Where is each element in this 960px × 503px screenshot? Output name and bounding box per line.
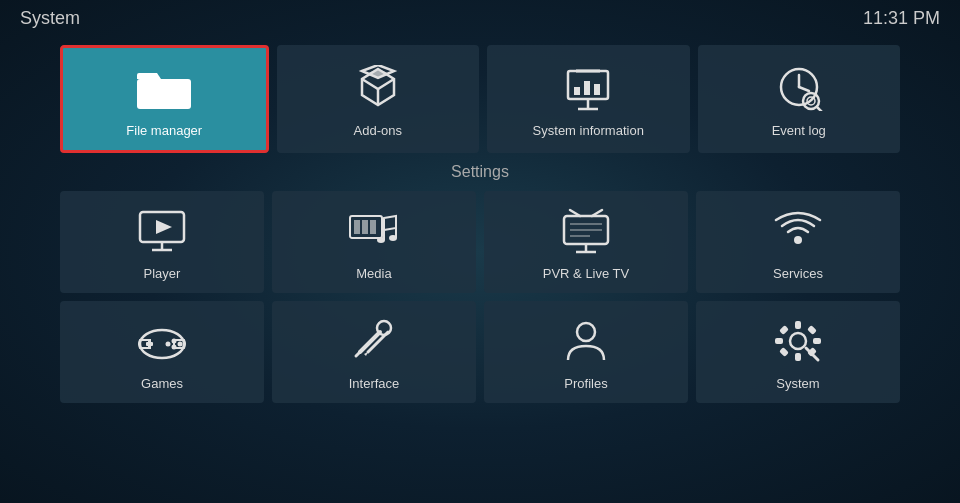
games-icon xyxy=(132,316,192,366)
player-label: Player xyxy=(144,266,181,281)
pvr-live-tv-icon xyxy=(556,206,616,256)
svg-rect-2 xyxy=(574,87,580,95)
games-label: Games xyxy=(141,376,183,391)
settings-row-2: Games Interface xyxy=(60,301,900,403)
tile-media[interactable]: Media xyxy=(272,191,476,293)
tile-interface[interactable]: Interface xyxy=(272,301,476,403)
svg-point-39 xyxy=(178,342,183,347)
svg-line-10 xyxy=(799,87,809,91)
file-manager-label: File manager xyxy=(126,123,202,138)
system-information-icon xyxy=(558,63,618,113)
file-manager-icon xyxy=(134,63,194,113)
svg-rect-20 xyxy=(362,220,368,234)
svg-rect-51 xyxy=(775,338,783,344)
svg-rect-50 xyxy=(795,353,801,361)
tile-system-information[interactable]: System information xyxy=(487,45,690,153)
svg-rect-0 xyxy=(137,79,191,109)
top-bar: System 11:31 PM xyxy=(0,0,960,37)
svg-rect-53 xyxy=(779,325,789,335)
add-ons-label: Add-ons xyxy=(354,123,402,138)
svg-line-46 xyxy=(356,350,362,356)
tile-services[interactable]: Services xyxy=(696,191,900,293)
system-label: System xyxy=(776,376,819,391)
interface-icon xyxy=(344,316,404,366)
svg-rect-49 xyxy=(795,321,801,329)
tile-event-log[interactable]: Event log xyxy=(698,45,901,153)
event-log-icon xyxy=(769,63,829,113)
interface-label: Interface xyxy=(349,376,400,391)
tile-file-manager[interactable]: File manager xyxy=(60,45,269,153)
page-title: System xyxy=(20,8,80,29)
svg-rect-4 xyxy=(594,84,600,95)
svg-rect-3 xyxy=(584,81,590,95)
profiles-icon xyxy=(556,316,616,366)
svg-point-47 xyxy=(577,323,595,341)
svg-point-25 xyxy=(389,235,397,241)
svg-line-12 xyxy=(817,107,822,111)
tile-system[interactable]: System xyxy=(696,301,900,403)
tile-add-ons[interactable]: Add-ons xyxy=(277,45,480,153)
system-information-label: System information xyxy=(533,123,644,138)
settings-header: Settings xyxy=(60,163,900,181)
media-label: Media xyxy=(356,266,391,281)
svg-rect-19 xyxy=(354,220,360,234)
settings-row-1: Player Media xyxy=(60,191,900,293)
svg-rect-54 xyxy=(807,325,817,335)
top-row: File manager Add-ons xyxy=(60,45,900,153)
tile-pvr-live-tv[interactable]: PVR & Live TV xyxy=(484,191,688,293)
media-icon xyxy=(344,206,404,256)
main-content: File manager Add-ons xyxy=(0,35,960,503)
svg-point-48 xyxy=(790,333,806,349)
add-ons-icon xyxy=(348,63,408,113)
svg-point-34 xyxy=(794,236,802,244)
pvr-live-tv-label: PVR & Live TV xyxy=(543,266,629,281)
tile-games[interactable]: Games xyxy=(60,301,264,403)
svg-rect-52 xyxy=(813,338,821,344)
svg-rect-37 xyxy=(146,342,153,346)
system-icon xyxy=(768,316,828,366)
clock: 11:31 PM xyxy=(863,8,940,29)
svg-marker-15 xyxy=(156,220,172,234)
svg-point-24 xyxy=(377,237,385,243)
profiles-label: Profiles xyxy=(564,376,607,391)
svg-point-40 xyxy=(172,345,177,350)
services-label: Services xyxy=(773,266,823,281)
svg-marker-45 xyxy=(364,352,368,356)
tile-profiles[interactable]: Profiles xyxy=(484,301,688,403)
player-icon xyxy=(132,206,192,256)
services-icon xyxy=(768,206,828,256)
svg-point-41 xyxy=(166,342,171,347)
svg-point-38 xyxy=(172,339,177,344)
event-log-label: Event log xyxy=(772,123,826,138)
tile-player[interactable]: Player xyxy=(60,191,264,293)
svg-rect-21 xyxy=(370,220,376,234)
svg-rect-55 xyxy=(779,347,789,357)
